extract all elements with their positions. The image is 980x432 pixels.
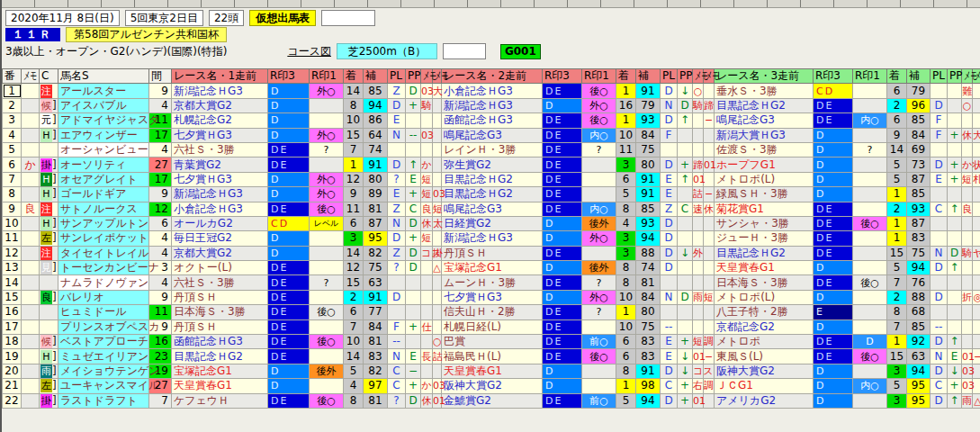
cell-run1-race-name[interactable]: 七夕賞ＨG3 — [172, 128, 268, 142]
cell-horse-number[interactable]: 15 — [3, 290, 22, 304]
cell-run1-race-name[interactable]: 天皇賞春G1 — [172, 379, 268, 393]
cell-horse-name[interactable]: バレリオ — [58, 290, 149, 304]
cell-horse-number[interactable]: 3 — [3, 113, 22, 128]
cell-run2-race-name[interactable]: 七夕賞ＨG3 — [442, 290, 543, 304]
cell-horse-number[interactable]: 9 — [3, 202, 22, 216]
cell-horse-name[interactable]: サンレイポケット — [58, 231, 149, 246]
cell-run1-race-name[interactable]: 新潟記念ＨG3 — [172, 84, 268, 98]
cell-run2-race-name[interactable]: 鳴尾記念G3 — [442, 128, 543, 142]
cell-run1-race-name[interactable]: 函館記念ＨG3 — [172, 335, 268, 349]
cell-run1-race-name[interactable]: 京都大賞G2 — [172, 98, 268, 112]
cell-run2-race-name[interactable]: 金鯱賞G2 — [442, 393, 543, 408]
cell-run1-race-name[interactable]: 七夕賞ＨG3 — [172, 172, 268, 186]
cell-run3-race-name[interactable]: メトロポ(L) — [715, 290, 814, 304]
cell-run3-race-name[interactable]: 八王子特・2勝 — [715, 305, 814, 320]
cell-run1-race-name[interactable]: ケフェウＨ — [172, 393, 268, 408]
cell-run2-race-name[interactable]: 天皇賞春G1 — [442, 364, 543, 378]
cell-run2-race-name[interactable]: 小倉記念ＨG3 — [442, 84, 543, 98]
cell-horse-name[interactable]: サトノルークス — [58, 202, 149, 216]
cell-run1-race-name[interactable]: 六社Ｓ・3勝 — [172, 142, 268, 157]
cell-horse-name[interactable]: エアウィンザー — [58, 128, 149, 142]
cell-run2-race-name[interactable]: レインＨ・3勝 — [442, 142, 543, 157]
cell-run2-race-name[interactable]: 目黒記念ＨG2 — [442, 172, 543, 186]
cell-run3-race-name[interactable]: 緑風ＳＨ・3勝 — [715, 187, 814, 202]
cell-horse-number[interactable]: 2 — [3, 98, 22, 112]
cell-run3-race-name[interactable]: 垂水Ｓ・3勝 — [715, 84, 814, 98]
cell-horse-number[interactable]: 14 — [3, 275, 22, 290]
cell-run2-race-name[interactable]: 丹頂ＳＨ — [442, 246, 543, 260]
cell-horse-name[interactable]: プリンスオブペスカ — [58, 320, 149, 334]
cell-horse-name[interactable]: オーソリティ — [58, 158, 149, 172]
cell-horse-number[interactable]: 17 — [3, 320, 22, 334]
cell-run2-race-name[interactable]: ムーンＨ・3勝 — [442, 275, 543, 290]
cell-horse-number[interactable]: 6 — [3, 158, 22, 172]
cell-run3-race-name[interactable]: ホープフG1 — [715, 158, 814, 172]
cell-run3-race-name[interactable]: 菊花賞G1 — [715, 202, 814, 216]
cell-horse-number[interactable]: 13 — [3, 261, 22, 275]
cell-horse-name[interactable]: ヒュミドール — [58, 305, 149, 320]
cell-run3-race-name[interactable]: ＪＣG1 — [715, 379, 814, 393]
cell-run2-race-name[interactable]: 札幌日経(L) — [442, 320, 543, 334]
cell-run3-race-name[interactable]: 日本海Ｓ・3勝 — [715, 275, 814, 290]
cell-run2-race-name[interactable]: 信夫山Ｈ・2勝 — [442, 305, 543, 320]
cell-run2-race-name[interactable]: 日経賞G2 — [442, 216, 543, 230]
cell-horse-number[interactable]: 16 — [3, 305, 22, 320]
cell-run3-race-name[interactable]: サンシャ・3勝 — [715, 216, 814, 230]
cell-run1-race-name[interactable]: 丹頂ＳＨ — [172, 290, 268, 304]
cell-run2-race-name[interactable]: 鳴尾記念G3 — [442, 202, 543, 216]
cell-horse-number[interactable]: 18 — [3, 335, 22, 349]
cell-run3-race-name[interactable]: 天皇賞春G1 — [715, 261, 814, 275]
cell-run1-race-name[interactable]: オールカG2 — [172, 216, 268, 230]
cell-horse-number[interactable]: 19 — [3, 349, 22, 364]
cell-horse-name[interactable]: オセアグレイト — [58, 172, 149, 186]
cell-run1-race-name[interactable]: オクトー(L) — [172, 261, 268, 275]
cell-horse-number[interactable]: 7 — [3, 172, 22, 186]
cell-horse-number[interactable]: 22 — [3, 393, 22, 408]
cell-run3-race-name[interactable]: 佐渡Ｓ・3勝 — [715, 142, 814, 157]
cell-run2-race-name[interactable]: 弥生賞G2 — [442, 158, 543, 172]
cell-run2-race-name[interactable]: 新潟記念ＨG3 — [442, 98, 543, 112]
cell-horse-number[interactable]: 8 — [3, 187, 22, 202]
cell-run3-race-name[interactable]: 阪神大賞G2 — [715, 364, 814, 378]
cell-run1-race-name[interactable]: 新潟記念ＨG3 — [172, 187, 268, 202]
cell-horse-name[interactable]: ユーキャンスマイル — [58, 379, 149, 393]
cell-run2-race-name[interactable]: 阪神大賞G2 — [442, 379, 543, 393]
cell-horse-number[interactable]: 12 — [3, 246, 22, 260]
cell-run1-race-name[interactable]: 毎日王冠G2 — [172, 231, 268, 246]
cell-run3-race-name[interactable]: 東風Ｓ(L) — [715, 349, 814, 364]
cell-run1-race-name[interactable]: 目黒記念ＨG2 — [172, 349, 268, 364]
cell-run2-race-name[interactable]: 新潟記念ＨG3 — [442, 231, 543, 246]
cell-horse-number[interactable]: 1 — [3, 84, 22, 98]
cell-run2-race-name[interactable]: 宝塚記念G1 — [442, 261, 543, 275]
cell-horse-name[interactable]: ラストドラフト — [58, 393, 149, 408]
cell-run1-race-name[interactable]: 札幌記念G2 — [172, 113, 268, 128]
cell-horse-number[interactable]: 21 — [3, 379, 22, 393]
cell-horse-number[interactable]: 4 — [3, 128, 22, 142]
cell-run3-race-name[interactable]: アメリカG2 — [715, 393, 814, 408]
cell-run2-race-name[interactable]: 函館記念ＨG3 — [442, 113, 543, 128]
cell-horse-name[interactable]: オーシャンビュー — [58, 142, 149, 157]
cell-run3-race-name[interactable]: 京都記念G2 — [715, 320, 814, 334]
cell-horse-name[interactable]: ミュゼエイリアン — [58, 349, 149, 364]
cell-horse-name[interactable]: アドマイヤジャスタ — [58, 113, 149, 128]
cell-horse-number[interactable]: 20 — [3, 364, 22, 378]
cell-run3-race-name[interactable]: 目黒記念ＨG2 — [715, 246, 814, 260]
course-input-blank[interactable] — [443, 43, 486, 59]
cell-run1-race-name[interactable]: 六社Ｓ・3勝 — [172, 275, 268, 290]
cell-horse-name[interactable]: ナムラドノヴァン — [58, 275, 149, 290]
cell-run1-race-name[interactable]: 小倉記念ＨG3 — [172, 202, 268, 216]
cell-run1-race-name[interactable]: 青葉賞G2 — [172, 158, 268, 172]
cell-run2-race-name[interactable]: 巴賞 — [442, 335, 543, 349]
cell-run3-race-name[interactable]: ジューＨ・3勝 — [715, 231, 814, 246]
cell-run2-race-name[interactable]: 福島民Ｈ(L) — [442, 349, 543, 364]
cell-horse-name[interactable]: アイスバブル — [58, 98, 149, 112]
cell-horse-name[interactable]: ゴールドギア — [58, 187, 149, 202]
cell-run1-race-name[interactable]: 宝塚記念G1 — [172, 364, 268, 378]
header-input-blank[interactable] — [321, 10, 375, 26]
cell-run1-race-name[interactable]: 日本海Ｓ・3勝 — [172, 305, 268, 320]
cell-horse-name[interactable]: サンアップルトン — [58, 216, 149, 230]
cell-horse-name[interactable]: トーセンカンビーナ — [58, 261, 149, 275]
course-map-link[interactable]: コース図 — [287, 44, 331, 59]
cell-horse-name[interactable]: タイセイトレイル — [58, 246, 149, 260]
cell-run3-race-name[interactable]: 新潟大賞ＨG3 — [715, 128, 814, 142]
